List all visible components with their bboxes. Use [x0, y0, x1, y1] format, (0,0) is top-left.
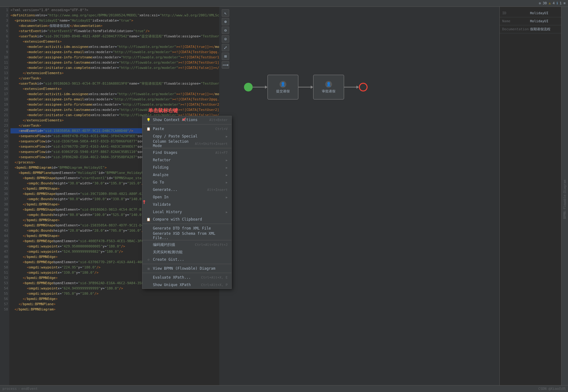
- menu-shortcut-show-context: Alt+Enter: [209, 118, 228, 122]
- bpmn-task-1[interactable]: 👤 提交请假: [267, 75, 298, 99]
- menu-arrow-copy-paste: ▶: [226, 135, 228, 138]
- menu-item-refactor[interactable]: Refactor ▶: [142, 156, 231, 164]
- menu-item-generate[interactable]: Generate... Alt+Insert: [142, 186, 231, 193]
- code-line-57: </bpmdi:BPMNPlane>: [11, 301, 218, 307]
- menu-item-analyze[interactable]: Analyze ▶: [142, 171, 231, 179]
- fit-icon[interactable]: ⊙: [222, 35, 229, 43]
- status-right-text: CSDN @Xiao白鸽: [538, 386, 566, 391]
- prop-key-doc: Documentation: [500, 26, 528, 32]
- bpmn-icon: ▦: [146, 266, 151, 271]
- menu-item-local-history[interactable]: Local History ▶: [142, 208, 231, 216]
- code-line-55: <omgdi:waypoint x="705.0" y="180.0"/>: [11, 291, 218, 296]
- code-line-19: <modeler:assignee-info-firstname xmlns:m…: [11, 102, 218, 107]
- indicator-count-1: 1: [560, 1, 562, 5]
- menu-item-copy-paste-special[interactable]: Copy / Paste Special ▶: [142, 133, 231, 140]
- code-line-8: <modeler:activiti-idm-assignee xmlns:mod…: [11, 44, 218, 49]
- menu-label-find: Find Usages: [153, 150, 213, 155]
- menu-separator-1: [142, 124, 231, 124]
- history-icon: [146, 209, 151, 214]
- code-line-16: <extensionElements>: [11, 86, 218, 91]
- vertical-sidebar: BPMN-flowable-Diagram: [561, 7, 568, 392]
- menu-item-folding[interactable]: Folding ▶: [142, 164, 231, 171]
- code-line-7: <extensionElements>: [11, 39, 218, 44]
- menu-item-coding-scan[interactable]: 编码规约扫描 Ctrl+Alt+Shift+J: [142, 241, 231, 248]
- compare-icon: 📋: [146, 217, 151, 222]
- menu-label-view-bpmn: View BPMN (Flowable) Diagram: [153, 266, 228, 271]
- menu-item-view-bpmn[interactable]: ▦ View BPMN (Flowable) Diagram: [142, 265, 231, 272]
- menu-item-eval-xpath[interactable]: Evaluate XPath... Ctrl+Alt+X, E: [142, 274, 231, 281]
- menu-arrow-local-history: ▶: [226, 210, 228, 214]
- menu-label-paste: Paste: [153, 127, 213, 131]
- code-line-10: <modeler:assignee-info-firstname xmlns:m…: [11, 55, 218, 60]
- menu-item-open-in[interactable]: Open In ▶: [142, 193, 231, 201]
- menu-item-create-gist[interactable]: ⊙ Create Gist...: [142, 256, 231, 263]
- indicator-warning: ⚠: [549, 1, 551, 5]
- menu-item-column-selection[interactable]: Column Selection Mode Alt+Shift+Insert: [142, 140, 231, 147]
- expand-icon[interactable]: ⤢: [222, 44, 229, 51]
- menu-item-go-to[interactable]: Go To ▶: [142, 179, 231, 186]
- menu-arrow-goto: ▶: [226, 181, 228, 184]
- show-xpath-icon: [146, 282, 151, 287]
- breadcrumb: process › endEvent: [2, 387, 38, 391]
- code-line-14: </userTask>: [11, 76, 218, 81]
- prop-val-name: HolidayUI: [528, 18, 551, 24]
- bpmn-task-2[interactable]: 👤 审批请假: [313, 75, 344, 99]
- context-menu: 💡 Show Context Actions Alt+Enter 📋 Paste…: [142, 116, 232, 289]
- code-line-6: <userTask id="sid-39C71DB9-8940-4821-A80…: [11, 34, 218, 39]
- menu-shortcut-find: Alt+F7: [215, 151, 228, 155]
- menu-label-eval-xpath: Evaluate XPath...: [153, 275, 199, 280]
- bpmn-arrowhead-1: [265, 86, 267, 89]
- open-in-icon: [146, 195, 151, 200]
- menu-item-paste[interactable]: 📋 Paste Ctrl+V: [142, 125, 231, 133]
- menu-label-column: Column Selection Mode: [153, 139, 192, 148]
- column-icon: [146, 141, 151, 146]
- menu-label-open-in: Open In: [153, 195, 225, 199]
- code-line-15: <userTask id="sid-09186D63-9813-4C54-8C7…: [11, 81, 218, 86]
- menu-separator-3: [142, 224, 231, 224]
- zoom-out-icon[interactable]: ⊖: [222, 27, 229, 34]
- prop-row-doc: Documentation 假期请假流程: [500, 25, 561, 33]
- breadcrumb-end-event: endEvent: [21, 387, 38, 391]
- indicator-menu[interactable]: ≡: [563, 1, 566, 5]
- indicator-circle: ⊙: [539, 1, 541, 5]
- generate-icon: [146, 187, 151, 192]
- annotation-arrow: ↙: [182, 114, 186, 122]
- connect-icon[interactable]: ⟿: [222, 61, 229, 69]
- code-line-5: <startEvent id="startEvent1" flowable:fo…: [11, 28, 218, 34]
- menu-label-copy-paste: Copy / Paste Special: [153, 134, 225, 138]
- breadcrumb-process: process: [2, 387, 17, 391]
- paste-icon: 📋: [146, 126, 151, 131]
- dtd-icon: [146, 226, 151, 231]
- menu-item-find-usages[interactable]: Find Usages Alt+F7: [142, 149, 231, 156]
- bpmn-arrow-2: [298, 87, 311, 87]
- coding-scan-icon: [146, 242, 151, 247]
- cursor-icon[interactable]: ↖: [222, 9, 229, 17]
- menu-item-compare-clipboard[interactable]: 📋 Compare with Clipboard: [142, 216, 231, 223]
- zoom-in-icon[interactable]: ⊕: [222, 18, 229, 25]
- menu-item-close-realtime[interactable]: 关闭实时检测功能: [142, 248, 231, 256]
- goto-icon: [146, 180, 151, 185]
- code-line-2: <definitions xmlns="http://www.omg.org/s…: [11, 13, 218, 18]
- code-line-9: <modeler:assignee-info-email xmlns:model…: [11, 49, 218, 55]
- menu-item-show-context[interactable]: 💡 Show Context Actions Alt+Enter: [142, 116, 231, 124]
- line-numbers: 12345 678910 1112131415 1617181920 21222…: [0, 7, 9, 392]
- menu-label-goto: Go To: [153, 180, 225, 184]
- menu-item-validate[interactable]: Validate: [142, 201, 231, 208]
- find-icon: [146, 150, 151, 155]
- bpmn-start-event: [244, 83, 253, 91]
- diagram-toolbar: ↖ ⊕ ⊖ ⊙ ⤢ ⊞ ⟿: [222, 9, 229, 69]
- prop-row-name: Name HolidayUI: [500, 17, 561, 25]
- code-line-20: <modeler:assignee-info-lastname xmlns:mo…: [11, 107, 218, 112]
- menu-label-gen-dtd: Generate DTD from XML File: [153, 226, 228, 230]
- top-bar: ⊙ 30 ⚠ 4 ℹ 1 ≡: [0, 0, 568, 7]
- menu-label-coding-scan: 编码规约扫描: [153, 242, 192, 247]
- gist-icon: ⊙: [146, 257, 151, 262]
- menu-item-gen-dtd[interactable]: Generate DTD from XML File: [142, 225, 231, 232]
- menu-item-show-xpath[interactable]: Show Unique XPath Ctrl+Alt+X, P: [142, 281, 231, 289]
- menu-separator-5: [142, 264, 231, 264]
- indicator-info: ℹ: [557, 1, 558, 5]
- menu-item-gen-xsd[interactable]: Generate XSD Schema from XML File...: [142, 232, 231, 239]
- grid-icon[interactable]: ⊞: [222, 53, 229, 60]
- refactor-icon: [146, 158, 151, 162]
- annotation2-arrow: ↑: [142, 198, 146, 205]
